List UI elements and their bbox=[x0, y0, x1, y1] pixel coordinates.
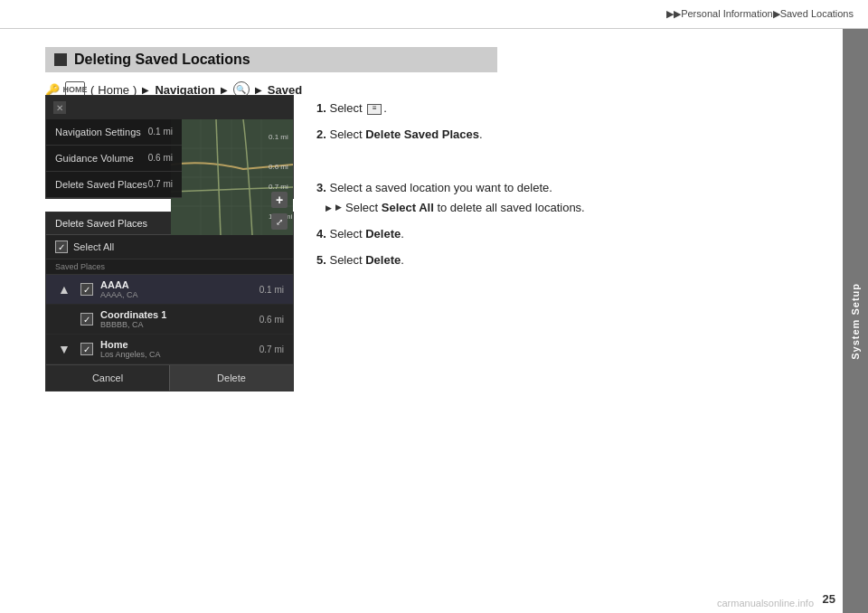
step-5-text: Select bbox=[329, 253, 365, 267]
select-all-checkbox[interactable] bbox=[55, 240, 68, 253]
place-name-1: AAAA bbox=[100, 279, 252, 290]
menu-item-dist-3: 0.7 mi bbox=[148, 179, 173, 190]
select-all-label: Select All bbox=[73, 241, 114, 252]
right-sidebar: System Setup bbox=[843, 29, 868, 613]
map-resize[interactable]: ⤢ bbox=[271, 213, 288, 230]
watermark: carmanualsonline.info bbox=[717, 598, 814, 608]
cancel-button[interactable]: Cancel bbox=[46, 365, 169, 391]
step-5-bold: Delete bbox=[365, 253, 401, 267]
menu-items: Navigation Settings 0.1 mi Guidance Volu… bbox=[46, 119, 182, 198]
map-area: 0.1 mi 0.6 mi 0.7 mi 16.8 mi + ⤢ bbox=[171, 119, 293, 235]
svg-text:0.6 mi: 0.6 mi bbox=[269, 163, 288, 171]
step-4: 4. Select Delete. bbox=[316, 225, 832, 244]
place-checkbox-2[interactable] bbox=[80, 313, 93, 325]
place-checkbox-1[interactable] bbox=[80, 283, 93, 296]
step-3-num: 3. bbox=[316, 181, 326, 194]
place-sub-1: AAAA, CA bbox=[100, 290, 252, 299]
step-4-bold: Delete bbox=[365, 227, 401, 240]
menu-screenshot: ✕ Navigation Settings 0.1 mi Guidance Vo… bbox=[45, 95, 294, 199]
section-square-icon bbox=[54, 53, 67, 66]
menu-item-dist-1: 0.1 mi bbox=[148, 127, 173, 137]
breadcrumb-bar: ▶▶Personal Information▶Saved Locations bbox=[0, 0, 868, 29]
saved-places-header: Saved Places bbox=[46, 259, 293, 275]
step-2-num: 2. bbox=[316, 127, 326, 141]
step-2: 2. Select Delete Saved Places. bbox=[316, 126, 832, 145]
step-2-text: Select bbox=[329, 127, 365, 141]
sub-arrow-icon: ▶ bbox=[335, 201, 342, 213]
step-1: 1. Select ≡. bbox=[316, 99, 832, 118]
menu-item-dist-2: 0.6 mi bbox=[148, 153, 173, 164]
menu-item-guidance[interactable]: Guidance Volume 0.6 mi bbox=[46, 146, 182, 172]
svg-text:0.7 mi: 0.7 mi bbox=[269, 183, 288, 191]
menu-item-label-1: Navigation Settings bbox=[55, 127, 141, 137]
step-4-num: 4. bbox=[316, 227, 326, 240]
step-5-num: 5. bbox=[316, 253, 326, 267]
section-heading: Deleting Saved Locations bbox=[45, 47, 497, 72]
select-all-row[interactable]: Select All bbox=[46, 235, 293, 259]
place-dist-1: 0.1 mi bbox=[259, 285, 284, 295]
menu-item-delete-saved[interactable]: Delete Saved Places 0.7 mi bbox=[46, 172, 182, 198]
instructions-column: 1. Select ≡. 2. Select Delete Saved Plac… bbox=[316, 99, 832, 278]
place-name-2: Coordinates 1 bbox=[100, 309, 252, 320]
menu-top-bar: ✕ bbox=[46, 96, 293, 119]
step-3-sub: ▶ Select Select All to delete all saved … bbox=[326, 199, 832, 218]
place-dist-3: 0.7 mi bbox=[259, 344, 284, 354]
place-row-home[interactable]: ▼ Home Los Angeles, CA 0.7 mi bbox=[46, 335, 293, 364]
place-info-3: Home Los Angeles, CA bbox=[100, 339, 252, 359]
scroll-up-arrow[interactable]: ▲ bbox=[55, 282, 73, 297]
step-3-text: Select a saved location you want to dele… bbox=[329, 181, 552, 194]
delete-screenshot: Delete Saved Places Select All Saved Pla… bbox=[45, 212, 294, 391]
step-4-text: Select bbox=[329, 227, 365, 240]
section-title: Deleting Saved Locations bbox=[74, 52, 250, 68]
place-row-coords[interactable]: Coordinates 1 BBBBB, CA 0.6 mi bbox=[46, 305, 293, 335]
place-info-1: AAAA AAAA, CA bbox=[100, 279, 252, 299]
scroll-down-arrow[interactable]: ▼ bbox=[55, 342, 73, 356]
place-row-aaaa[interactable]: ▲ AAAA AAAA, CA 0.1 mi bbox=[46, 275, 293, 305]
place-info-2: Coordinates 1 BBBBB, CA bbox=[100, 309, 252, 329]
menu-item-nav-settings[interactable]: Navigation Settings 0.1 mi bbox=[46, 119, 182, 146]
step-3: 3. Select a saved location you want to d… bbox=[316, 179, 832, 219]
menu-content-wrap: Navigation Settings 0.1 mi Guidance Volu… bbox=[46, 119, 293, 198]
action-buttons: Cancel Delete bbox=[46, 364, 293, 391]
page-number: 25 bbox=[823, 592, 835, 606]
place-sub-2: BBBBB, CA bbox=[100, 320, 252, 329]
menu-item-label-2: Guidance Volume bbox=[55, 153, 134, 164]
step-1-text: Select bbox=[329, 101, 365, 115]
step-1-num: 1. bbox=[316, 101, 326, 115]
nav-arrow-3: ▶ bbox=[255, 85, 262, 95]
place-sub-3: Los Angeles, CA bbox=[100, 350, 252, 359]
step-3-sub-text: Select Select All to delete all saved lo… bbox=[345, 199, 585, 218]
sidebar-label: System Setup bbox=[850, 283, 861, 360]
screenshots-column: ✕ Navigation Settings 0.1 mi Guidance Vo… bbox=[45, 95, 298, 391]
step-spacer-1 bbox=[316, 152, 832, 179]
step-5: 5. Select Delete. bbox=[316, 251, 832, 270]
place-checkbox-3[interactable] bbox=[80, 343, 93, 355]
svg-text:0.1 mi: 0.1 mi bbox=[269, 133, 288, 141]
menu-item-label-3: Delete Saved Places bbox=[55, 179, 147, 190]
nav-arrow-1: ▶ bbox=[142, 85, 149, 95]
map-zoom-in[interactable]: + bbox=[271, 192, 288, 208]
nav-arrow-2: ▶ bbox=[221, 85, 228, 95]
step-2-bold: Delete Saved Places bbox=[365, 127, 479, 141]
delete-button[interactable]: Delete bbox=[170, 365, 293, 391]
menu-icon: ≡ bbox=[367, 104, 382, 115]
place-dist-2: 0.6 mi bbox=[259, 315, 284, 325]
delete-title-text: Delete Saved Places bbox=[55, 218, 147, 229]
place-name-3: Home bbox=[100, 339, 252, 350]
close-btn[interactable]: ✕ bbox=[53, 101, 66, 114]
breadcrumb-text: ▶▶Personal Information▶Saved Locations bbox=[666, 8, 854, 20]
